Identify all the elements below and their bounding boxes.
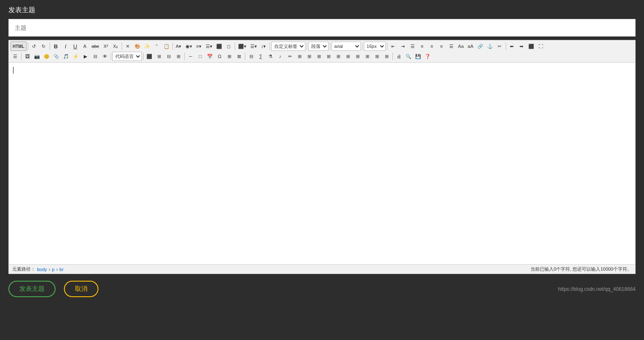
paste-button[interactable]: 📋 [162, 42, 171, 51]
font-family-select[interactable]: arial [331, 42, 361, 51]
align-tb2-button[interactable]: ⊞ [305, 52, 314, 61]
align-full-button[interactable]: ☰ [11, 52, 20, 61]
indent-r3-button[interactable]: ➡ [517, 42, 526, 51]
draw-button[interactable]: ✏ [285, 52, 294, 61]
page-break-button[interactable]: ⊟ [90, 52, 100, 61]
pagenum-button[interactable]: ⊞ [225, 52, 234, 61]
element-path-label: 元素路径： [12, 266, 35, 272]
subscript-button[interactable]: X₂ [111, 42, 120, 51]
editor-body[interactable] [9, 63, 635, 264]
separator-10 [387, 42, 387, 50]
align-tb7-button[interactable]: ⊞ [353, 52, 362, 61]
frame-button[interactable]: ⊟ [246, 52, 256, 61]
align-tb5-button[interactable]: ⊞ [334, 52, 343, 61]
separator-5 [235, 42, 235, 50]
align-left-button[interactable]: ⬛▾ [236, 42, 248, 51]
flash-button[interactable]: ⚡ [71, 52, 80, 61]
image-button[interactable]: 🖼 [23, 52, 32, 61]
hr-button[interactable]: ─ [186, 52, 195, 61]
html-mode-button[interactable]: HTML [11, 42, 27, 51]
pagebreak2-button[interactable]: ⊠ [234, 52, 244, 61]
fullscreen-button[interactable]: ⛶ [536, 42, 546, 51]
table-button[interactable]: ⊞ [154, 52, 164, 61]
align-l2-button[interactable]: ≡ [437, 42, 446, 51]
link-button[interactable]: 🔗 [476, 42, 485, 51]
separator-r2-6 [392, 53, 393, 60]
save-button[interactable]: 💾 [413, 52, 423, 61]
indent-left-button[interactable]: ⇤ [389, 42, 398, 51]
plugin1-button[interactable]: ⬛ [145, 52, 154, 61]
align-tb10-button[interactable]: ⊞ [382, 52, 391, 61]
bottom-bar: 发表主题 取消 https://blog.csdn.net/qq_4061866… [0, 274, 644, 304]
underline-button[interactable]: U [71, 42, 80, 51]
path-p-link[interactable]: p [52, 267, 55, 272]
strikethrough-button[interactable]: abc [90, 42, 101, 51]
special-char-button[interactable]: Ω [215, 52, 224, 61]
indent-right-button[interactable]: ⇥ [398, 42, 408, 51]
image2-button[interactable]: 📷 [32, 52, 42, 61]
bold-button[interactable]: B [51, 42, 61, 51]
anchor-button[interactable]: ⚓ [485, 42, 495, 51]
source-button[interactable]: ◻ [224, 42, 233, 51]
paint-button[interactable]: 🎨 [133, 42, 142, 51]
zoom-button[interactable]: 🔍 [404, 52, 413, 61]
rect-button[interactable]: □ [196, 52, 205, 61]
paragraph-select[interactable]: 段落 [308, 42, 329, 51]
align-justify-button[interactable]: ☰ [447, 42, 456, 51]
preview-button[interactable]: 👁 [100, 52, 109, 61]
table3-button[interactable]: ⊞ [174, 52, 183, 61]
blockquote-button[interactable]: " [152, 42, 162, 51]
italic-button[interactable]: I [61, 42, 70, 51]
unlink-button[interactable]: ✂ [495, 42, 504, 51]
path-br-link[interactable]: br [59, 267, 64, 272]
music-button[interactable]: 🎵 [61, 52, 71, 61]
custom-tag-select[interactable]: 自定义标签 [271, 42, 305, 51]
align-tb9-button[interactable]: ⊞ [372, 52, 382, 61]
indent-x-button[interactable]: ⬛ [527, 42, 536, 51]
staff-button[interactable]: ♪ [276, 52, 285, 61]
list-unordered-button[interactable]: ☰▾ [204, 42, 214, 51]
align-all-button[interactable]: ☰ [408, 42, 417, 51]
align-tb6-button[interactable]: ⊞ [343, 52, 352, 61]
font-style-dropdown[interactable]: A▾ [174, 42, 183, 51]
chem-button[interactable]: ⚗ [266, 52, 275, 61]
path-body-link[interactable]: body [37, 267, 47, 272]
list-ordered-button[interactable]: ≡▾ [194, 42, 204, 51]
paperclip-button[interactable]: 📎 [52, 52, 61, 61]
separator-7 [307, 42, 307, 50]
eraser-button[interactable]: ✕ [123, 42, 133, 51]
subject-input[interactable] [9, 19, 635, 36]
magic-button[interactable]: ✨ [143, 42, 152, 51]
publish-button[interactable]: 发表主题 [8, 281, 56, 297]
print-button[interactable]: 🖨 [394, 52, 403, 61]
separator-1 [28, 42, 28, 50]
align-m-button[interactable]: ≡ [427, 42, 437, 51]
math-button[interactable]: ∑ [256, 52, 265, 61]
help-button[interactable]: ❓ [423, 52, 432, 61]
font-size-select[interactable]: 16px [364, 42, 386, 51]
font-size-dropdown[interactable]: ◉▾ [184, 42, 194, 51]
align-tb8-button[interactable]: ⊞ [363, 52, 372, 61]
highlight-button[interactable]: ⬛ [215, 42, 224, 51]
media-button[interactable]: ▶ [81, 52, 90, 61]
undo-button[interactable]: ↺ [29, 42, 39, 51]
align-tb4-button[interactable]: ⊞ [324, 52, 333, 61]
code-lang-select[interactable]: 代码语言 [112, 52, 142, 61]
align-tb3-button[interactable]: ⊞ [314, 52, 323, 61]
align-center-button[interactable]: ☰▾ [249, 42, 259, 51]
align-tb-button[interactable]: ⊞ [295, 52, 304, 61]
cancel-button[interactable]: 取消 [64, 281, 98, 297]
font-color-button[interactable]: A [80, 42, 90, 51]
case-lower-button[interactable]: aA [466, 42, 475, 51]
superscript-button[interactable]: X² [101, 42, 111, 51]
case-upper-button[interactable]: Aa [456, 42, 466, 51]
editor-cursor [13, 67, 13, 74]
line-height-button[interactable]: ↕▾ [259, 42, 268, 51]
date-button[interactable]: 📅 [205, 52, 215, 61]
indent-l3-button[interactable]: ⬅ [507, 42, 517, 51]
table2-button[interactable]: ⊟ [164, 52, 173, 61]
separator-9 [362, 42, 363, 50]
redo-button[interactable]: ↻ [39, 42, 48, 51]
align-r-button[interactable]: ≡ [418, 42, 427, 51]
emoji-button[interactable]: 😊 [42, 52, 51, 61]
